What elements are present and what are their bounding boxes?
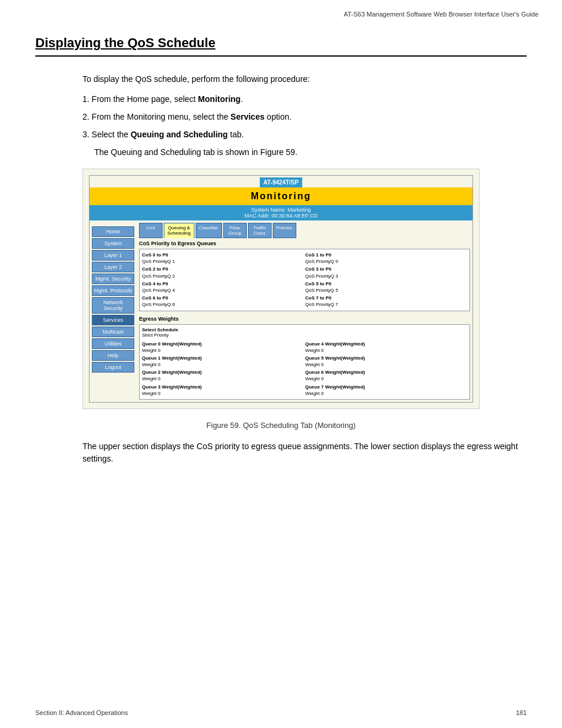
cos-item-3: CoS 3 to P0 QoS PriorityQ 3: [305, 266, 467, 279]
cos-grid: CoS 0 to P0 QoS PriorityQ 1 CoS 1 to P0 …: [139, 249, 470, 311]
step-2: 2. From the Monitoring menu, select the …: [82, 112, 527, 121]
step-3: 3. Select the Queuing and Scheduling tab…: [82, 130, 527, 139]
step3-note: The Queuing and Scheduling tab is shown …: [94, 147, 527, 157]
nav-mgmt-protocols[interactable]: Mgmt. Protocols: [92, 285, 134, 296]
cos-item-6: CoS 6 to P0 QoS PriorityQ 6: [142, 295, 304, 308]
egress-grid: Select Schedule Strict Priority Queue 0 …: [139, 324, 470, 400]
tab-classifier[interactable]: Classifier: [196, 223, 222, 238]
cos-item-2: CoS 2 to P0 QoS PriorityQ 2: [142, 266, 304, 279]
nav-mgmt-security[interactable]: Mgmt. Security: [92, 274, 134, 284]
nav-help[interactable]: Help: [92, 350, 134, 361]
tabs-row: CoS Queuing &Scheduling Classifier FlowG…: [139, 223, 470, 238]
egress-q2: Queue 2 Weight(Weighted) Weight 0: [142, 369, 304, 382]
figure-caption: Figure 59. QoS Scheduling Tab (Monitorin…: [35, 421, 527, 430]
egress-q1: Queue 1 Weight(Weighted) Weight 0: [142, 355, 304, 368]
nav-system[interactable]: System: [92, 238, 134, 249]
monitor-title: Monitoring: [90, 187, 472, 205]
page-header: AT-S63 Management Software Web Browser I…: [0, 0, 562, 18]
tab-queuing[interactable]: Queuing &Scheduling: [164, 223, 194, 238]
egress-q0: Queue 0 Weight(Weighted) Weight 0: [142, 341, 304, 354]
cos-section-title: CoS Priority to Egress Queues: [139, 241, 470, 246]
nav-network-security[interactable]: Network Security: [92, 297, 134, 314]
cos-item-4: CoS 4 to P0 QoS PriorityQ 4: [142, 281, 304, 294]
cos-item-5: CoS 5 to P0 QoS PriorityQ 5: [305, 281, 467, 294]
steps: 1. From the Home page, select Monitoring…: [82, 94, 527, 157]
cos-item-1: CoS 1 to P0 QoS PriorityQ 0: [305, 252, 467, 265]
page-footer: Section II: Advanced Operations 181: [35, 709, 527, 716]
monitor-nav: Home System Layer 1 Layer 2 Mgmt. Securi…: [90, 220, 137, 402]
main-content: Displaying the QoS Schedule To display t…: [0, 18, 562, 489]
footer-left: Section II: Advanced Operations: [35, 709, 128, 716]
step-1: 1. From the Home page, select Monitoring…: [82, 94, 527, 104]
nav-utilities[interactable]: Utilities: [92, 338, 134, 349]
monitor-info: System Name: Marketing MAC Addr: 00:30:8…: [90, 205, 472, 220]
monitor-main-panel: CoS Queuing &Scheduling Classifier FlowG…: [137, 220, 472, 402]
egress-q3: Queue 3 Weight(Weighted) Weight 0: [142, 384, 304, 397]
footer-right: 181: [516, 709, 527, 716]
nav-logout[interactable]: Logout: [92, 362, 134, 373]
header-title: AT-S63 Management Software Web Browser I…: [343, 11, 538, 18]
intro-text: To display the QoS schedule, perform the…: [82, 74, 527, 84]
device-label: AT-9424T/SP: [260, 177, 302, 187]
cos-item-7: CoS 7 to P0 QoS PriorityQ 7: [305, 295, 467, 308]
figure-container: AT-9424T/SP Monitoring System Name: Mark…: [82, 169, 480, 409]
egress-q4: Queue 4 Weight(Weighted) Weight 0: [305, 341, 467, 354]
select-schedule: Select Schedule Strict Priority: [142, 327, 467, 338]
figure-note: The upper section displays the CoS prior…: [82, 440, 527, 465]
tab-cos[interactable]: CoS: [139, 223, 163, 238]
egress-q7: Queue 7 Weight(Weighted) Weight 0: [305, 384, 467, 397]
monitor-body: Home System Layer 1 Layer 2 Mgmt. Securi…: [90, 220, 472, 402]
tab-flow-group[interactable]: FlowGroup: [223, 223, 247, 238]
egress-section-title: Egress Weights: [139, 316, 470, 322]
nav-layer2[interactable]: Layer 2: [92, 262, 134, 272]
cos-item-0: CoS 0 to P0 QoS PriorityQ 1: [142, 252, 304, 265]
egress-q6: Queue 6 Weight(Weighted) Weight 0: [305, 369, 467, 382]
nav-services[interactable]: Services: [92, 315, 134, 325]
egress-q5: Queue 5 Weight(Weighted) Weight 0: [305, 355, 467, 368]
nav-layer1[interactable]: Layer 1: [92, 250, 134, 261]
tab-traffic-class[interactable]: TrafficClass: [248, 223, 272, 238]
mac-addr: MAC Addr: 00:30:84:A8:EF:CD: [91, 213, 471, 219]
nav-multicast[interactable]: Multicast: [92, 327, 134, 337]
system-name: System Name: Marketing: [91, 207, 471, 213]
nav-home[interactable]: Home: [92, 226, 134, 237]
chapter-title: Displaying the QoS Schedule: [35, 35, 527, 57]
monitor-ui: AT-9424T/SP Monitoring System Name: Mark…: [89, 175, 473, 403]
tab-policies[interactable]: Policies: [273, 223, 296, 238]
